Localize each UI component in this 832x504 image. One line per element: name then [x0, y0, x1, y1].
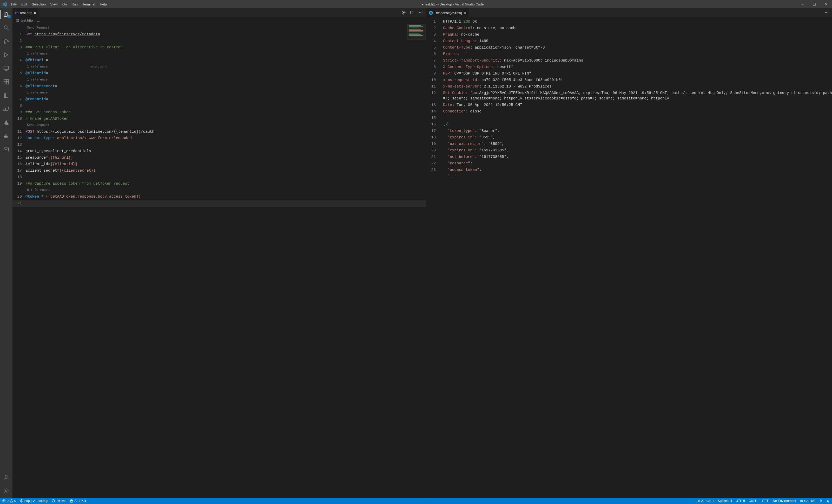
minimize-button[interactable]: [796, 0, 808, 8]
svg-point-34: [801, 500, 802, 501]
svg-rect-17: [6, 135, 7, 135]
codelens-reference[interactable]: 1 reference: [25, 77, 426, 83]
unsaved-dot-icon: [34, 12, 36, 14]
status-encoding[interactable]: UTF-8: [736, 499, 745, 503]
activity-explorer[interactable]: 1: [0, 10, 12, 19]
activity-settings[interactable]: [0, 486, 12, 495]
activity-account[interactable]: [0, 473, 12, 482]
activity-remote[interactable]: [0, 64, 12, 73]
response-line: 7Strict-Transport-Security: max-age=3153…: [426, 57, 832, 64]
response-line: 16⌄{: [426, 121, 832, 128]
response-line: 1HTTP/1.1 200 OK: [426, 19, 832, 25]
menu-terminal[interactable]: Terminal: [80, 0, 98, 8]
svg-rect-21: [16, 12, 18, 14]
response-line: 22 "resource":: [426, 160, 832, 167]
status-rest-client[interactable]: http | ✓ test.http: [20, 499, 48, 503]
svg-point-24: [419, 12, 420, 13]
response-line: 17 "token_type": "Bearer",: [426, 128, 832, 134]
response-line: 20 "expires_on": "1617742585",: [426, 147, 832, 154]
menu-selection[interactable]: Selection: [29, 0, 48, 8]
svg-point-5: [7, 41, 8, 42]
response-line: 5Content-Type: application/json; charset…: [426, 45, 832, 51]
codelens-reference[interactable]: 1 reference: [25, 64, 426, 69]
codelens-references[interactable]: 0 references: [25, 188, 426, 193]
svg-point-30: [828, 12, 828, 13]
codelens-reference[interactable]: 1 reference: [25, 90, 426, 95]
breadcrumb-left[interactable]: test.http › ...: [12, 18, 426, 24]
response-line: 8X-Content-Type-Options: nosniff: [426, 64, 832, 71]
menu-run[interactable]: Run: [69, 0, 80, 8]
close-button[interactable]: [820, 0, 832, 8]
http-file-icon: [15, 11, 19, 15]
codelens-reference[interactable]: 1 reference: [25, 51, 426, 57]
response-line: 14Connection: close: [426, 108, 832, 115]
window-controls: [796, 0, 832, 8]
status-indent[interactable]: Spaces: 4: [718, 499, 732, 503]
tabs-right: R Response(251ms) ✕: [426, 8, 832, 18]
activity-run[interactable]: [0, 50, 12, 59]
svg-point-2: [4, 26, 7, 29]
status-request-time[interactable]: 251ms: [52, 499, 67, 503]
close-tab-icon[interactable]: ✕: [464, 11, 466, 15]
tab-response[interactable]: R Response(251ms) ✕: [426, 8, 469, 18]
status-environment[interactable]: No Environment: [773, 499, 796, 503]
codelens-send-request[interactable]: Send Request: [25, 25, 426, 31]
activity-docker[interactable]: [0, 131, 12, 140]
svg-point-3: [4, 39, 5, 40]
activity-powershell[interactable]: [0, 104, 12, 113]
codelens-send-request[interactable]: Send Request: [25, 122, 426, 128]
svg-point-6: [4, 56, 5, 57]
svg-point-35: [820, 500, 822, 501]
response-line: 23 "access_token":: [426, 167, 832, 173]
menu-help[interactable]: Help: [98, 0, 109, 8]
more-actions-icon[interactable]: [419, 10, 423, 16]
activity-mail[interactable]: [0, 145, 12, 154]
menu-edit[interactable]: Edit: [19, 0, 29, 8]
activity-search[interactable]: [0, 23, 12, 32]
editor-group-right: R Response(251ms) ✕ 1HTTP/1.1 200 OK2Cac…: [426, 8, 832, 498]
menu-file[interactable]: File: [9, 0, 19, 8]
code-editor-left[interactable]: #167086 Send Request 1Get https://myfhir…: [12, 24, 426, 498]
activity-bar: 1: [0, 8, 12, 498]
status-eol[interactable]: CRLF: [749, 499, 757, 503]
response-line: 10x-ms-request-id: ba79a029-f505-4be3-8a…: [426, 77, 832, 83]
svg-rect-9: [4, 82, 6, 84]
status-response-size[interactable]: 2.11 KB: [70, 499, 86, 503]
status-feedback-icon[interactable]: [819, 499, 823, 503]
activity-extensions[interactable]: [0, 77, 12, 86]
breadcrumb-file: test.http: [21, 19, 33, 22]
maximize-button[interactable]: [808, 0, 820, 8]
menu-view[interactable]: View: [48, 0, 60, 8]
status-language[interactable]: HTTP: [761, 499, 770, 503]
run-request-icon[interactable]: [401, 10, 406, 16]
http-file-icon: [16, 19, 19, 22]
response-line: 13Date: Tue, 06 Apr 2021 19:56:25 GMT: [426, 102, 832, 108]
svg-rect-8: [4, 80, 6, 82]
split-editor-icon[interactable]: [410, 10, 414, 16]
main-area: 1: [0, 8, 832, 498]
svg-point-29: [826, 12, 827, 13]
more-actions-icon[interactable]: [825, 10, 829, 16]
activity-azure[interactable]: [0, 118, 12, 127]
svg-point-28: [825, 12, 826, 13]
response-line: "……": [426, 173, 832, 180]
response-line: 6Expires: -1: [426, 51, 832, 57]
svg-point-33: [71, 500, 73, 500]
svg-point-26: [422, 12, 422, 13]
svg-rect-27: [16, 20, 19, 22]
status-go-live[interactable]: Go Live: [800, 499, 815, 503]
response-line: 15: [426, 115, 832, 121]
activity-scm[interactable]: [0, 37, 12, 46]
response-line: 19 "ext_expires_in": "3599",: [426, 141, 832, 147]
activity-book[interactable]: [0, 91, 12, 100]
status-bar: 0 0 http | ✓ test.http 251ms 2.11 KB Ln …: [0, 498, 832, 504]
status-problems[interactable]: 0 0: [2, 499, 16, 503]
breadcrumb-sep: ›: [34, 19, 35, 22]
tab-test-http[interactable]: test.http: [12, 8, 39, 18]
status-bell-icon[interactable]: [826, 499, 830, 503]
menu-go[interactable]: Go: [60, 0, 69, 8]
svg-rect-15: [6, 136, 7, 136]
response-line: 9P3P: CP="DSP CUR OTPi IND OTRi ONL FIN": [426, 71, 832, 77]
status-cursor[interactable]: Ln 21, Col 1: [697, 499, 714, 503]
response-viewer[interactable]: 1HTTP/1.1 200 OK2Cache-Control: no-store…: [426, 18, 832, 498]
